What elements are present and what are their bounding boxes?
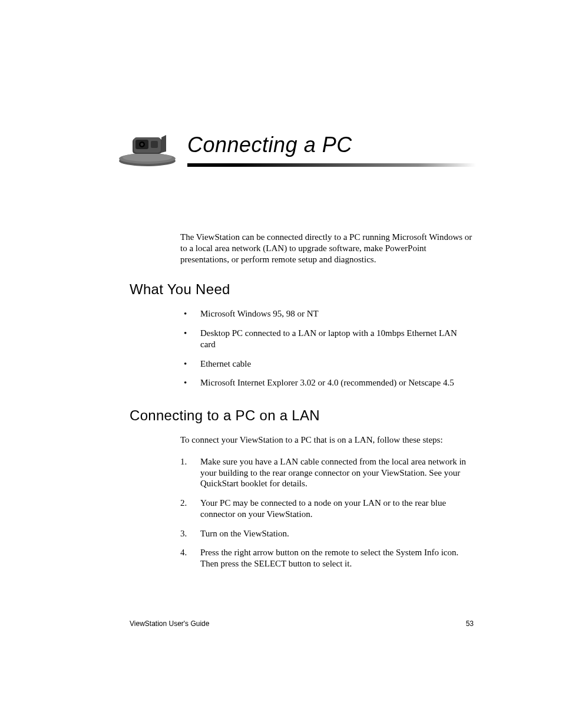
page-footer: ViewStation User's Guide 53 <box>130 620 474 628</box>
list-item: Press the right arrow button on the remo… <box>180 547 474 569</box>
document-page: Connecting a PC The ViewStation can be c… <box>0 0 562 569</box>
list-item: Microsoft Windows 95, 98 or NT <box>180 308 474 319</box>
list-item: Ethernet cable <box>180 358 474 370</box>
steps-list: Make sure you have a LAN cable connected… <box>180 456 474 569</box>
svg-point-2 <box>123 153 172 162</box>
list-item: Turn on the ViewStation. <box>180 528 474 539</box>
title-rule <box>187 163 476 167</box>
list-item: Microsoft Internet Explorer 3.02 or 4.0 … <box>180 377 474 388</box>
list-item: Your PC may be connected to a node on yo… <box>180 498 474 520</box>
svg-rect-8 <box>151 141 158 148</box>
section2-intro: To connect your ViewStation to a PC that… <box>180 434 474 446</box>
requirements-list: Microsoft Windows 95, 98 or NT Desktop P… <box>180 308 474 388</box>
footer-guide-name: ViewStation User's Guide <box>130 620 209 628</box>
section-heading-what-you-need: What You Need <box>130 281 474 298</box>
section-heading-connecting: Connecting to a PC on a LAN <box>130 407 474 424</box>
intro-paragraph: The ViewStation can be connected directl… <box>180 232 474 265</box>
list-item: Desktop PC connected to a LAN or laptop … <box>180 328 474 350</box>
chapter-header: Connecting a PC <box>130 133 474 167</box>
svg-point-7 <box>141 143 144 146</box>
page-number: 53 <box>466 620 474 628</box>
chapter-title: Connecting a PC <box>187 133 474 157</box>
viewstation-device-icon <box>118 134 177 166</box>
list-item: Make sure you have a LAN cable connected… <box>180 456 474 489</box>
